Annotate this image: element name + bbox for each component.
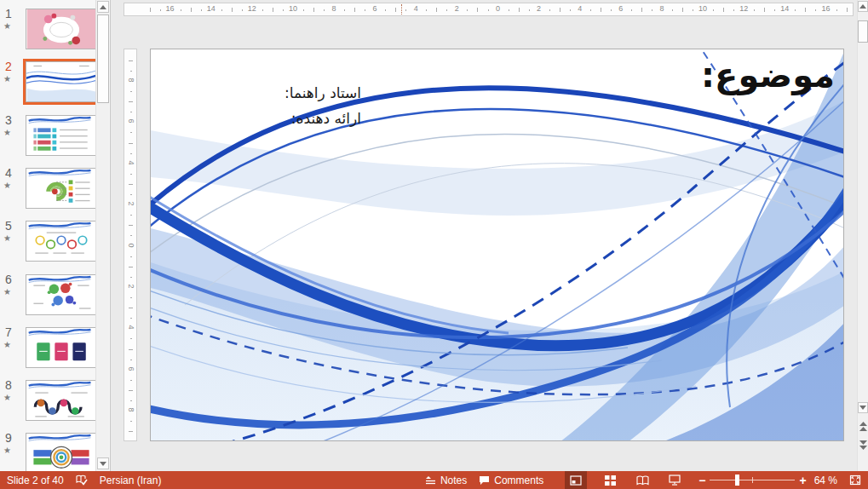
- ruler-label: 4: [127, 322, 135, 332]
- animation-star-icon[interactable]: ★: [3, 287, 11, 296]
- slide-thumbnail-5[interactable]: [26, 221, 97, 262]
- presenter-line: ارائه دهنده:: [285, 106, 361, 131]
- scrollbar-thumb[interactable]: [858, 20, 868, 43]
- slide-number: 5: [5, 219, 12, 233]
- ruler-label: 8: [657, 4, 667, 13]
- reading-view-icon: [636, 475, 649, 486]
- ruler-tick: [130, 360, 132, 360]
- slide-thumbnail-9[interactable]: [26, 433, 97, 471]
- ruler-label: 14: [779, 4, 790, 13]
- zoom-out-button[interactable]: −: [694, 474, 710, 487]
- ruler-tick: [232, 8, 233, 12]
- wave-background-graphic: [151, 49, 844, 441]
- ruler-tick: [672, 9, 673, 11]
- notes-button[interactable]: Notes: [419, 471, 473, 489]
- previous-slide-button[interactable]: [858, 419, 868, 434]
- spellcheck-icon[interactable]: [70, 471, 94, 489]
- ruler-tick: [847, 8, 848, 12]
- comments-button[interactable]: Comments: [473, 471, 549, 489]
- ruler-tick: [129, 143, 133, 144]
- slide-thumbnail-7[interactable]: [26, 327, 97, 368]
- slide-thumbnail-row: 9★: [0, 431, 95, 471]
- animation-star-icon[interactable]: ★: [3, 128, 11, 137]
- zoom-slider-knob[interactable]: [735, 475, 739, 486]
- zoom-slider[interactable]: [710, 471, 795, 489]
- comments-icon: [479, 475, 490, 486]
- ruler-tick: [181, 9, 181, 11]
- ruler-tick: [509, 9, 509, 11]
- zoom-in-button[interactable]: +: [795, 474, 810, 487]
- ruler-tick: [129, 101, 133, 102]
- ruler-tick: [713, 9, 714, 11]
- animation-star-icon[interactable]: ★: [3, 446, 11, 455]
- slide-number: 7: [5, 325, 12, 339]
- slide-thumbnail-row: 1★: [0, 7, 95, 60]
- slide-thumbnail-row: 7★: [0, 325, 95, 378]
- slide-canvas[interactable]: موضوع: استاد راهنما: ارائه دهنده:: [150, 49, 844, 441]
- ruler-tick: [652, 9, 652, 11]
- slide-number: 8: [5, 378, 12, 392]
- slide-thumbnail-4[interactable]: [26, 168, 97, 209]
- slide-editor-area: 1614121086420246810121416 864202468: [112, 0, 857, 471]
- ruler-tick: [631, 9, 632, 11]
- scroll-down-button[interactable]: [858, 402, 868, 413]
- zoom-level[interactable]: 64 %: [811, 475, 844, 486]
- ruler-label: 12: [739, 4, 749, 13]
- slide-show-button[interactable]: [664, 471, 686, 489]
- slide-number: 4: [5, 166, 12, 180]
- scrollbar-thumb[interactable]: [97, 14, 109, 103]
- ruler-tick: [693, 9, 693, 11]
- ruler-tick: [130, 112, 132, 112]
- animation-star-icon[interactable]: ★: [3, 393, 11, 402]
- normal-view-button[interactable]: [565, 471, 587, 489]
- ruler-tick: [774, 9, 775, 11]
- slide-body-placeholder[interactable]: استاد راهنما: ارائه دهنده:: [285, 80, 361, 131]
- scroll-down-button[interactable]: [97, 457, 109, 469]
- animation-star-icon[interactable]: ★: [3, 233, 11, 243]
- ruler-tick: [529, 9, 530, 11]
- powerpoint-window: 1★2★3★4★5★6★7★8★9★ 161412108642024681012…: [0, 0, 868, 489]
- slide-title-placeholder[interactable]: موضوع:: [701, 53, 835, 97]
- reading-view-button[interactable]: [631, 471, 653, 489]
- ruler-label: 12: [247, 4, 257, 13]
- main-scrollbar[interactable]: [857, 0, 868, 471]
- slide-thumbnail-1[interactable]: [26, 9, 97, 49]
- status-bar: Slide 2 of 40 Persian (Iran) Notes: [0, 471, 868, 489]
- animation-star-icon[interactable]: ★: [3, 74, 11, 83]
- animation-star-icon[interactable]: ★: [3, 21, 11, 31]
- ruler-tick: [273, 8, 273, 12]
- ruler-label: 0: [127, 240, 135, 250]
- thumbnail-scrollbar[interactable]: [95, 0, 109, 471]
- animation-star-icon[interactable]: ★: [3, 340, 11, 349]
- horizontal-ruler: 1614121086420246810121416: [124, 3, 854, 16]
- ruler-tick: [129, 225, 133, 226]
- supervisor-line: استاد راهنما:: [285, 80, 361, 106]
- slide-thumbnail-3[interactable]: [26, 115, 97, 156]
- ruler-tick: [129, 308, 133, 308]
- ruler-tick: [130, 400, 132, 401]
- ruler-tick: [723, 8, 724, 12]
- ruler-tick: [129, 390, 133, 391]
- fit-slide-to-window-button[interactable]: [844, 471, 866, 489]
- ruler-tick: [129, 60, 133, 61]
- ruler-label: 2: [127, 281, 135, 291]
- ruler-tick: [815, 9, 816, 11]
- ruler-tick: [590, 9, 591, 11]
- scroll-up-button[interactable]: [97, 1, 109, 13]
- animation-star-icon[interactable]: ★: [3, 181, 11, 190]
- ruler-label: 16: [165, 4, 175, 13]
- next-slide-button[interactable]: [858, 438, 868, 452]
- slide-thumbnail-8[interactable]: [26, 380, 97, 421]
- ruler-label: 4: [411, 4, 421, 13]
- slide-thumbnail-6[interactable]: [26, 274, 97, 315]
- slide-thumbnail-2[interactable]: [26, 61, 97, 102]
- ruler-tick: [130, 380, 132, 381]
- scroll-up-button[interactable]: [858, 1, 868, 12]
- language-indicator[interactable]: Persian (Iran): [94, 471, 168, 489]
- slide-sorter-button[interactable]: [599, 471, 621, 489]
- ruler-tick: [313, 8, 314, 12]
- ruler-tick: [324, 9, 325, 11]
- ruler-tick: [130, 338, 132, 339]
- slide-thumbnail-row: 3★: [0, 113, 95, 166]
- ruler-label: 6: [127, 116, 135, 126]
